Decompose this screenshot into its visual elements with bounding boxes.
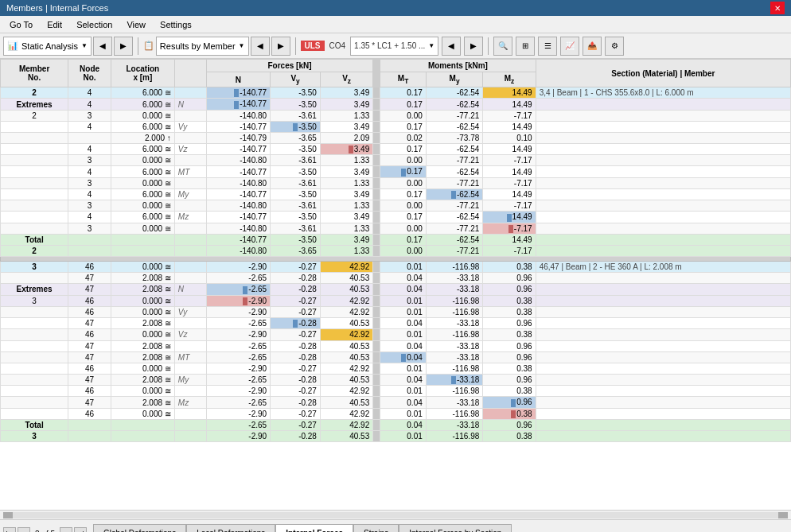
- table-cell-member: Extremes: [1, 99, 68, 110]
- table-cell: -3.61: [271, 200, 321, 212]
- table-cell-label: MT: [174, 351, 206, 363]
- table-cell-label: My: [174, 375, 206, 386]
- table-cell: -33.18: [426, 351, 483, 363]
- menu-edit[interactable]: Edit: [41, 18, 68, 31]
- table-cell-location: 6.000 ≅: [111, 188, 174, 200]
- tab-internal-forces-section[interactable]: Internal Forces by Section: [399, 524, 512, 532]
- table-cell-node: 3: [68, 177, 111, 188]
- table-cell-label: [174, 273, 206, 284]
- filter-button[interactable]: 🔍: [493, 37, 512, 56]
- table-cell: 0.00: [380, 155, 427, 166]
- table-cell: -2.90: [206, 408, 270, 419]
- table-cell: 1.33: [320, 110, 372, 121]
- next-page-button[interactable]: ▶: [60, 527, 72, 532]
- table-cell: 3.49: [320, 166, 372, 177]
- analysis-icon: 📊: [7, 41, 18, 51]
- header-forces: Forces [kN]: [206, 60, 372, 72]
- prev-formula-button[interactable]: ◀: [442, 37, 461, 56]
- table-cell: -140.77: [206, 87, 270, 99]
- table-cell-section: [536, 177, 790, 188]
- table-cell: 40.53: [320, 351, 372, 363]
- last-page-button[interactable]: ▶|: [74, 527, 87, 532]
- table-cell-label: [174, 317, 206, 328]
- formula-dropdown[interactable]: 1.35 * LC1 + 1.50 ... ▼: [350, 37, 438, 56]
- next-formula-button[interactable]: ▶: [464, 37, 483, 56]
- table-cell: -116.98: [426, 306, 483, 317]
- prev-result-button[interactable]: ◀: [251, 37, 270, 56]
- tab-global-deformations[interactable]: Global Deformations: [93, 524, 186, 532]
- table-cell: -77.21: [426, 245, 483, 256]
- table-cell: -3.50: [271, 234, 321, 245]
- tab-internal-forces[interactable]: Internal Forces: [275, 524, 353, 532]
- table-cell: 0.00: [380, 110, 427, 121]
- table-cell: -0.27: [271, 420, 321, 431]
- next-result-button[interactable]: ▶: [271, 37, 290, 56]
- table-cell: 1.33: [320, 155, 372, 166]
- table-cell-member: [1, 144, 68, 155]
- table-cell-node: 4: [68, 166, 111, 177]
- export-button[interactable]: 📤: [583, 37, 602, 56]
- prev-analysis-button[interactable]: ◀: [93, 37, 112, 56]
- table-cell: -140.80: [206, 155, 270, 166]
- table-cell-label: [174, 110, 206, 121]
- table-separator: [373, 245, 380, 256]
- table-cell: -3.50: [271, 166, 321, 177]
- table-cell-label: [174, 340, 206, 351]
- table-cell-member: [1, 397, 68, 408]
- menu-selection[interactable]: Selection: [70, 18, 119, 31]
- first-page-button[interactable]: |◀: [3, 527, 16, 532]
- table-cell: 0.10: [483, 133, 536, 144]
- settings-btn[interactable]: ⚙: [605, 37, 624, 56]
- results-dropdown[interactable]: Results by Member ▼: [156, 37, 249, 56]
- table-cell-location: [111, 420, 174, 431]
- results-label: Results by Member: [160, 41, 236, 51]
- table-cell: -3.61: [271, 223, 321, 234]
- tab-local-deformations[interactable]: Local Deformations: [186, 524, 275, 532]
- table-cell-node: 47: [68, 340, 111, 351]
- table-cell: -140.77: [206, 188, 270, 200]
- table-cell-section: 46,47 | Beam | 2 - HE 360 A | L: 2.008 m: [536, 261, 790, 272]
- table-cell-member: 2: [1, 245, 68, 256]
- menu-settings[interactable]: Settings: [154, 18, 198, 31]
- page-indicator: 3 of 5: [35, 527, 55, 532]
- table-cell: -0.28: [271, 375, 321, 386]
- results-group: 📋 Results by Member ▼ ◀ ▶: [143, 37, 290, 56]
- menu-view[interactable]: View: [120, 18, 152, 31]
- table-cell: -0.28: [271, 397, 321, 408]
- prev-page-button[interactable]: ◀: [18, 527, 30, 532]
- table-cell-location: 0.000 ≅: [111, 200, 174, 212]
- results-icon: 📋: [143, 41, 154, 51]
- table-cell-member: [1, 200, 68, 212]
- tab-strains[interactable]: Strains: [353, 524, 399, 532]
- horizontal-scrollbar[interactable]: [0, 510, 791, 519]
- table-cell-label: [174, 234, 206, 245]
- table-cell-node: 47: [68, 375, 111, 386]
- close-button[interactable]: ✕: [770, 2, 785, 14]
- menu-goto[interactable]: Go To: [3, 18, 39, 31]
- table-cell-member: Total: [1, 234, 68, 245]
- table-cell: 0.96: [483, 397, 536, 408]
- table-cell: -116.98: [426, 386, 483, 397]
- grid-button[interactable]: ⊞: [516, 37, 535, 56]
- table-cell-node: [68, 245, 111, 256]
- co4-label: CO4: [329, 41, 346, 50]
- table-separator: [373, 261, 380, 272]
- table-cell: -3.50: [271, 121, 321, 132]
- table-container[interactable]: MemberNo. NodeNo. Locationx [m] Forces […: [0, 59, 791, 510]
- table-separator: [373, 200, 380, 212]
- table-cell-location: 6.000 ≅: [111, 87, 174, 99]
- window-title: Members | Internal Forces: [6, 3, 108, 13]
- table-button[interactable]: ☰: [538, 37, 557, 56]
- chart-button[interactable]: 📈: [560, 37, 579, 56]
- table-cell: 0.00: [380, 245, 427, 256]
- table-cell: 0.96: [483, 375, 536, 386]
- analysis-dropdown[interactable]: 📊 Static Analysis ▼: [3, 37, 92, 56]
- table-cell: 42.92: [320, 261, 372, 272]
- table-cell-member: 3: [1, 261, 68, 272]
- table-cell-section: [536, 420, 790, 431]
- table-cell: 0.17: [380, 87, 427, 99]
- chevron-down-icon2: ▼: [239, 42, 245, 49]
- table-cell: -2.65: [206, 317, 270, 328]
- next-analysis-button[interactable]: ▶: [114, 37, 133, 56]
- table-separator: [373, 431, 380, 442]
